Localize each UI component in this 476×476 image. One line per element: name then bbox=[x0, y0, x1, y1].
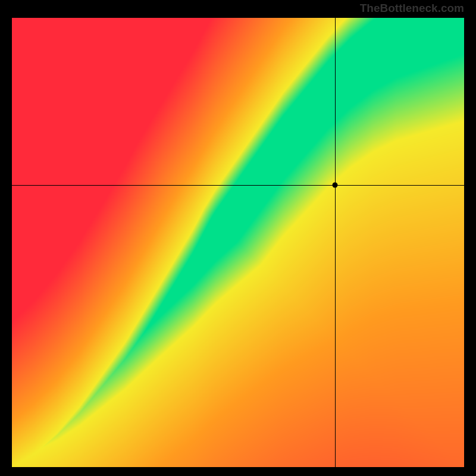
vertical-crosshair bbox=[335, 18, 336, 467]
heatmap-canvas bbox=[12, 18, 464, 467]
horizontal-crosshair bbox=[12, 185, 464, 186]
selection-marker bbox=[333, 183, 338, 188]
chart-container: TheBottleneck.com bbox=[0, 0, 476, 476]
watermark-text: TheBottleneck.com bbox=[360, 2, 464, 15]
plot-area bbox=[12, 18, 464, 467]
